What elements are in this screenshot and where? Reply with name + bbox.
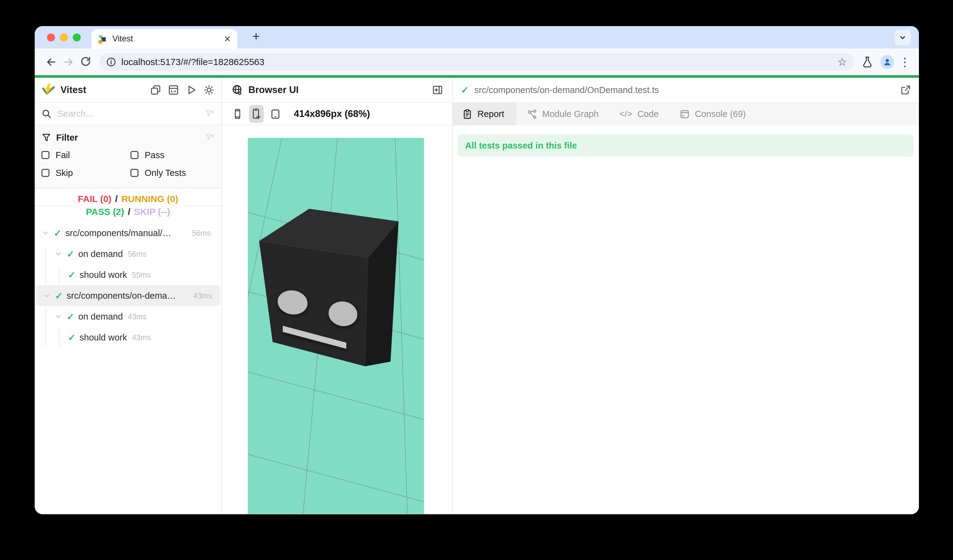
tree-row-test[interactable]: ✓ should work 55ms [35, 264, 221, 285]
address-bar[interactable]: localhost:5173/#/?file=1828625563 ☆ [99, 53, 854, 71]
windows-overlap-icon[interactable] [150, 84, 161, 96]
dock-panel-icon[interactable] [432, 84, 443, 96]
tree-label: should work [79, 332, 127, 343]
run-all-icon[interactable] [186, 84, 197, 96]
file-path: src/components/on-demand/OnDemand.test.t… [474, 85, 900, 95]
all-tests-passed-banner: All tests passed in this file [458, 135, 914, 157]
checkbox[interactable] [42, 169, 50, 177]
sidebar: Vitest Filter [35, 78, 222, 514]
clear-filter-icon[interactable] [205, 133, 214, 143]
vitest-logo-icon [42, 83, 56, 97]
tree-duration: 43ms [128, 312, 146, 321]
tree-row-file-selected[interactable]: ✓ src/components/on-dema… 43ms [36, 285, 220, 306]
open-external-icon[interactable] [900, 84, 911, 96]
filter-funnel-icon [42, 133, 51, 143]
checkbox[interactable] [130, 151, 138, 159]
run-summary: FAIL (0)/RUNNING (0) PASS (2)/SKIP (--) [35, 188, 221, 223]
minimize-window-button[interactable] [60, 34, 68, 42]
tab-report[interactable]: Report [453, 103, 517, 125]
close-window-button[interactable] [47, 34, 55, 42]
tree-row-test[interactable]: ✓ should work 43ms [35, 327, 221, 348]
summary-line-2: PASS (2)/SKIP (--) [78, 205, 178, 218]
tab-module-graph[interactable]: Module Graph [517, 103, 609, 125]
new-tab-button[interactable]: + [248, 29, 264, 45]
search-input[interactable] [57, 109, 205, 119]
chevron-down-icon [898, 33, 907, 42]
experiments-button[interactable] [859, 53, 876, 71]
checkbox[interactable] [42, 151, 50, 159]
tablet-icon [270, 109, 281, 119]
tree-row-file[interactable]: ✓ src/components/manual/… 56ms [35, 223, 221, 244]
maximize-window-button[interactable] [73, 34, 81, 42]
close-tab-icon[interactable]: × [224, 34, 231, 45]
tab-console[interactable]: Console (69) [669, 103, 756, 125]
report-body: All tests passed in this file [453, 125, 919, 514]
vitest-favicon [98, 34, 107, 43]
phone-plus-icon [251, 108, 262, 120]
pass-check-icon: ✓ [54, 228, 65, 239]
tab-search-button[interactable] [894, 30, 911, 45]
filter-title: Filter [56, 133, 205, 143]
preview-header: Browser UI [222, 78, 452, 103]
robot-cube [259, 209, 399, 366]
tab-label: Module Graph [542, 109, 599, 119]
chevron-down-icon[interactable] [42, 229, 54, 237]
globe-icon [231, 84, 243, 96]
search-icon [42, 109, 52, 119]
url-text[interactable]: localhost:5173/#/?file=1828625563 [121, 57, 837, 67]
pass-check-icon: ✓ [68, 332, 79, 343]
forward-button[interactable] [60, 53, 77, 71]
tab-label: Console (69) [695, 109, 746, 119]
device-phone-button[interactable] [230, 105, 245, 123]
browser-preview-canvas[interactable] [248, 138, 424, 514]
filter-checkbox-skip[interactable]: Skip [42, 164, 130, 182]
browser-menu-button[interactable]: ⋮ [899, 55, 911, 69]
viewport-size-label[interactable]: 414x896px (68%) [294, 109, 370, 119]
reload-button[interactable] [77, 53, 94, 71]
arrow-right-icon [62, 56, 75, 68]
console-icon [680, 109, 690, 119]
theme-sun-icon[interactable] [203, 84, 214, 96]
site-info-icon[interactable] [106, 57, 116, 67]
device-toolbar: 414x896px (68%) [222, 103, 452, 125]
back-button[interactable] [43, 53, 60, 71]
tab-title: Vitest [112, 34, 224, 43]
device-tablet-button[interactable] [268, 105, 283, 123]
preview-title: Browser UI [248, 84, 432, 96]
filter-checkbox-fail[interactable]: Fail [42, 146, 130, 164]
report-clipboard-icon [462, 109, 472, 119]
tree-label: src/components/manual/… [65, 228, 187, 238]
summary-line-1: FAIL (0)/RUNNING (0) [78, 192, 178, 205]
tree-label: src/components/on-dema… [67, 291, 188, 301]
reload-icon [80, 56, 92, 68]
filter-panel: Filter Fail Pass Skip Only Tests [35, 125, 221, 188]
sidebar-header: Vitest [35, 78, 221, 103]
chevron-down-icon[interactable] [54, 250, 67, 258]
tree-duration: 43ms [193, 292, 212, 300]
browser-toolbar: localhost:5173/#/?file=1828625563 ☆ ⋮ [35, 48, 919, 75]
test-tree: ✓ src/components/manual/… 56ms ✓ on dema… [35, 223, 221, 514]
tree-label: on demand [78, 312, 123, 322]
dashboard-icon[interactable] [168, 84, 179, 96]
checkbox[interactable] [130, 169, 138, 177]
browser-window: Vitest × + localhost:5173/#/?file=182862… [35, 26, 919, 514]
details-panel: ✓ src/components/on-demand/OnDemand.test… [453, 78, 919, 514]
chevron-down-icon[interactable] [54, 313, 67, 321]
module-graph-icon [527, 109, 537, 119]
pass-check-icon: ✓ [55, 290, 67, 301]
tree-row-suite[interactable]: ✓ on demand 56ms [35, 244, 221, 264]
bookmark-star-icon[interactable]: ☆ [837, 56, 847, 68]
filter-checkbox-pass[interactable]: Pass [130, 146, 214, 164]
tab-code[interactable]: </> Code [609, 103, 669, 125]
profile-avatar[interactable] [880, 55, 894, 69]
tree-label: should work [79, 270, 127, 280]
search-bar [35, 103, 221, 125]
chevron-down-icon[interactable] [43, 292, 55, 299]
pass-check-icon: ✓ [68, 270, 79, 280]
tree-label: on demand [78, 249, 123, 259]
device-phone-plus-button[interactable] [249, 105, 264, 123]
clear-filter-icon[interactable] [205, 109, 214, 119]
filter-checkbox-only-tests[interactable]: Only Tests [130, 164, 214, 182]
tree-row-suite[interactable]: ✓ on demand 43ms [35, 306, 221, 327]
browser-tab[interactable]: Vitest × [92, 29, 237, 48]
